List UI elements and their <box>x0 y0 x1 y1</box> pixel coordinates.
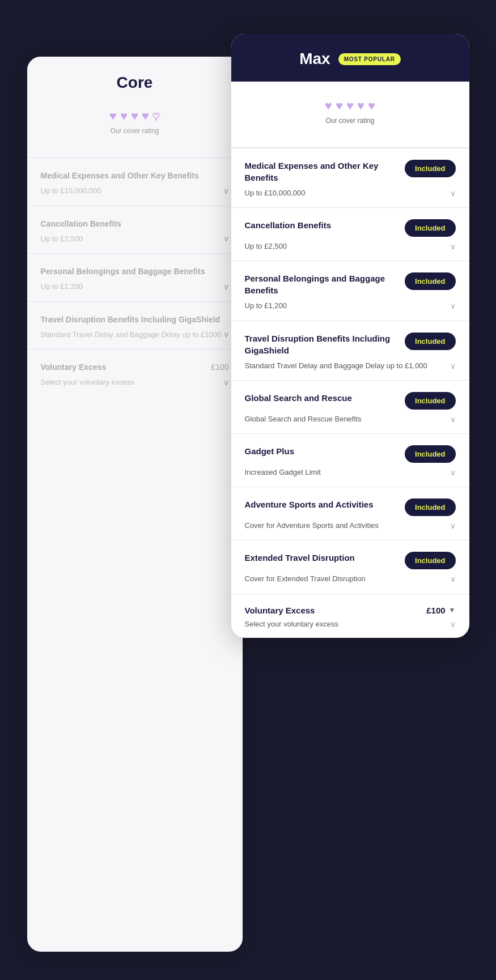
max-row-disruption-chevron[interactable]: ∨ <box>450 361 456 370</box>
max-row-disruption-badge: Included <box>405 333 455 350</box>
max-row-adventure-subtitle: Cover for Adventure Sports and Activitie… <box>245 521 379 531</box>
max-excess-subtitle-row: Select your voluntary excess ∨ <box>245 620 456 629</box>
max-row-extended-top: Extended Travel Disruption Included <box>245 552 456 569</box>
max-row-search-chevron[interactable]: ∨ <box>450 415 456 424</box>
max-row-cancellation-chevron[interactable]: ∨ <box>450 242 456 251</box>
max-row-extended-subtitle: Cover for Extended Travel Disruption <box>245 574 366 584</box>
max-row-adventure-bottom: Cover for Adventure Sports and Activitie… <box>245 521 456 531</box>
core-row-belongings-title: Personal Belongings and Baggage Benefits <box>41 266 229 278</box>
max-row-gadget-subtitle: Increased Gadget Limit <box>245 467 321 478</box>
max-row-adventure-badge: Included <box>405 498 455 516</box>
core-card: Core ♥ ♥ ♥ ♥ ♥ Our cover rating Medical … <box>27 57 243 952</box>
max-heart-3: ♥ <box>346 99 354 113</box>
max-row-medical-chevron[interactable]: ∨ <box>450 189 456 198</box>
max-row-belongings-badge: Included <box>405 272 455 290</box>
max-row-extended: Extended Travel Disruption Included Cove… <box>231 540 469 593</box>
core-row-disruption-chevron[interactable]: ∨ <box>223 330 229 339</box>
max-row-belongings-chevron[interactable]: ∨ <box>450 301 456 310</box>
max-row-extended-title: Extended Travel Disruption <box>245 552 405 564</box>
core-row-medical-chevron[interactable]: ∨ <box>223 186 229 195</box>
max-row-belongings-title: Personal Belongings and Baggage Benefits <box>245 272 405 296</box>
max-rating-label: Our cover rating <box>325 117 374 125</box>
max-row-medical: Medical Expenses and Other Key Benefits … <box>231 148 469 207</box>
core-row-excess-title: Voluntary Excess £100 <box>41 362 229 373</box>
max-row-gadget-chevron[interactable]: ∨ <box>450 468 456 477</box>
core-row-medical-title: Medical Expenses and Other Key Benefits <box>41 171 229 182</box>
max-excess-title: Voluntary Excess <box>245 606 315 615</box>
max-row-cancellation-badge: Included <box>405 219 455 237</box>
max-excess-subtitle-text: Select your voluntary excess <box>245 620 338 628</box>
max-row-medical-bottom: Up to £10,000,000 ∨ <box>245 188 456 198</box>
core-heart-5: ♥ <box>152 109 160 123</box>
max-row-cancellation-title: Cancellation Benefits <box>245 219 405 231</box>
max-hearts: ♥ ♥ ♥ ♥ ♥ <box>325 99 375 113</box>
core-row-disruption-title: Travel Disruption Benefits Including Gig… <box>41 314 229 326</box>
max-row-belongings-subtitle: Up to £1,200 <box>245 301 287 311</box>
core-row-excess-chevron[interactable]: ∨ <box>223 378 229 387</box>
max-row-search-bottom: Global Search and Rescue Benefits ∨ <box>245 414 456 424</box>
max-row-cancellation-top: Cancellation Benefits Included <box>245 219 456 237</box>
max-title: Max <box>299 50 330 68</box>
core-header: Core ♥ ♥ ♥ ♥ ♥ Our cover rating <box>27 57 243 157</box>
core-row-medical-subtitle: Up to £10,000,000 ∨ <box>41 186 229 195</box>
max-row-extended-bottom: Cover for Extended Travel Disruption ∨ <box>245 574 456 584</box>
max-row-search-badge: Included <box>405 392 455 410</box>
max-row-adventure: Adventure Sports and Activities Included… <box>231 487 469 540</box>
max-heart-4: ♥ <box>357 99 364 113</box>
core-heart-3: ♥ <box>131 109 138 123</box>
core-heart-2: ♥ <box>120 109 128 123</box>
max-row-excess: Voluntary Excess £100 ▼ Select your volu… <box>231 594 469 638</box>
max-rating-row: ♥ ♥ ♥ ♥ ♥ Our cover rating <box>245 99 456 125</box>
max-header: Max MOST POPULAR <box>231 34 469 82</box>
max-row-belongings-top: Personal Belongings and Baggage Benefits… <box>245 272 456 296</box>
max-row-disruption-title: Travel Disruption Benefits Including Gig… <box>245 333 405 356</box>
max-row-search: Global Search and Rescue Included Global… <box>231 380 469 433</box>
max-excess-value: £100 <box>426 606 445 615</box>
max-row-extended-chevron[interactable]: ∨ <box>450 574 456 583</box>
core-rating-label: Our cover rating <box>110 127 159 135</box>
core-heart-4: ♥ <box>142 109 149 123</box>
core-excess-amount: £100 <box>211 362 228 373</box>
core-row-belongings-chevron[interactable]: ∨ <box>223 282 229 291</box>
max-rows: Medical Expenses and Other Key Benefits … <box>231 148 469 638</box>
max-row-adventure-title: Adventure Sports and Activities <box>245 498 405 510</box>
core-row-belongings-subtitle: Up to £1,200 ∨ <box>41 282 229 291</box>
core-row-belongings: Personal Belongings and Baggage Benefits… <box>27 253 243 301</box>
max-excess-amount-row: £100 ▼ <box>426 606 455 615</box>
core-title: Core <box>39 74 231 92</box>
max-row-gadget-bottom: Increased Gadget Limit ∨ <box>245 467 456 478</box>
core-row-excess: Voluntary Excess £100 Select your volunt… <box>27 349 243 397</box>
core-row-cancellation-chevron[interactable]: ∨ <box>223 234 229 243</box>
max-row-search-top: Global Search and Rescue Included <box>245 392 456 410</box>
max-heart-5: ♥ <box>368 99 375 113</box>
max-row-medical-title: Medical Expenses and Other Key Benefits <box>245 160 405 184</box>
max-row-adventure-chevron[interactable]: ∨ <box>450 521 456 530</box>
max-row-search-title: Global Search and Rescue <box>245 392 405 404</box>
max-rating-section: ♥ ♥ ♥ ♥ ♥ Our cover rating <box>231 82 469 148</box>
core-row-cancellation: Cancellation Benefits Up to £2,500 ∨ <box>27 206 243 254</box>
max-row-medical-top: Medical Expenses and Other Key Benefits … <box>245 160 456 184</box>
max-row-extended-badge: Included <box>405 552 455 569</box>
max-row-cancellation-bottom: Up to £2,500 ∨ <box>245 241 456 252</box>
max-row-search-subtitle: Global Search and Rescue Benefits <box>245 414 362 424</box>
max-row-gadget-badge: Included <box>405 445 455 463</box>
max-row-disruption: Travel Disruption Benefits Including Gig… <box>231 321 469 380</box>
core-row-cancellation-subtitle: Up to £2,500 ∨ <box>41 234 229 243</box>
core-row-disruption: Travel Disruption Benefits Including Gig… <box>27 301 243 350</box>
max-row-gadget: Gadget Plus Included Increased Gadget Li… <box>231 433 469 487</box>
max-row-gadget-title: Gadget Plus <box>245 445 405 457</box>
core-hearts: ♥ ♥ ♥ ♥ ♥ <box>109 109 160 123</box>
max-row-cancellation: Cancellation Benefits Included Up to £2,… <box>231 207 469 261</box>
max-heart-2: ♥ <box>336 99 343 113</box>
core-rows: Medical Expenses and Other Key Benefits … <box>27 157 243 397</box>
core-row-medical: Medical Expenses and Other Key Benefits … <box>27 157 243 206</box>
max-card: Max MOST POPULAR ♥ ♥ ♥ ♥ ♥ Our cover rat… <box>231 34 469 638</box>
max-row-disruption-top: Travel Disruption Benefits Including Gig… <box>245 333 456 356</box>
max-row-medical-subtitle: Up to £10,000,000 <box>245 188 306 198</box>
core-heart-1: ♥ <box>109 109 117 123</box>
max-row-disruption-bottom: Standard Travel Delay and Baggage Delay … <box>245 361 456 371</box>
max-row-cancellation-subtitle: Up to £2,500 <box>245 241 287 252</box>
max-excess-dropdown-icon[interactable]: ▼ <box>449 606 456 614</box>
max-excess-chevron[interactable]: ∨ <box>450 620 456 629</box>
max-row-belongings-bottom: Up to £1,200 ∨ <box>245 301 456 311</box>
